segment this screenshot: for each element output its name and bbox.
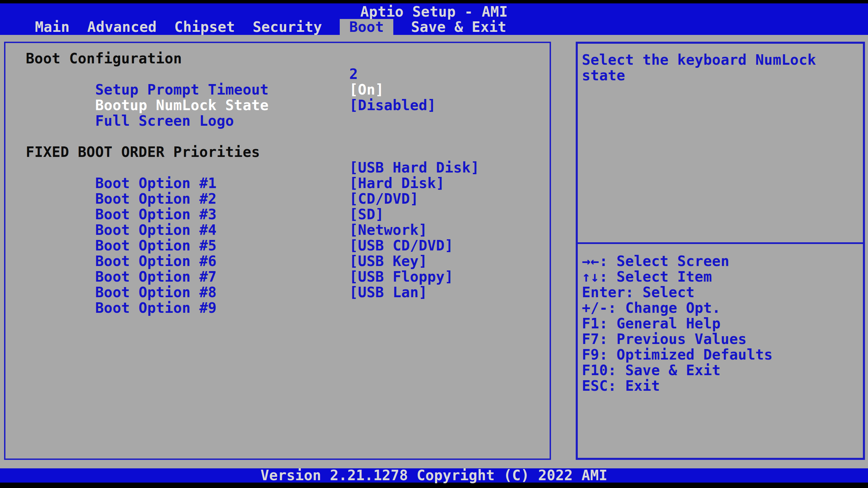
option-value: [USB Lan] bbox=[349, 285, 427, 300]
boot-option-9[interactable]: Boot Option #9 [USB Lan] bbox=[5, 285, 550, 300]
help-description: Select the keyboard NumLock state bbox=[582, 52, 840, 83]
boot-option-3[interactable]: Boot Option #3 [CD/DVD] bbox=[5, 191, 550, 207]
hint-enter-select: Enter: Select bbox=[582, 285, 773, 300]
section-header-boot-configuration: Boot Configuration bbox=[5, 51, 550, 66]
boot-option-7[interactable]: Boot Option #7 [USB Key] bbox=[5, 253, 550, 269]
option-label: Full Screen Logo bbox=[95, 113, 234, 129]
hint-select-item: ↑↓: Select Item bbox=[582, 269, 773, 285]
hint-general-help: F1: General Help bbox=[582, 316, 773, 331]
boot-option-6[interactable]: Boot Option #6 [USB CD/DVD] bbox=[5, 238, 550, 253]
option-value: [Disabled] bbox=[349, 98, 436, 113]
version-status-bar: Version 2.21.1278 Copyright (C) 2022 AMI bbox=[0, 468, 868, 483]
tab-boot[interactable]: Boot bbox=[340, 19, 393, 35]
tab-security[interactable]: Security bbox=[253, 19, 322, 35]
hint-esc-exit: ESC: Exit bbox=[582, 378, 773, 394]
tab-main[interactable]: Main bbox=[35, 19, 70, 35]
option-value: [On] bbox=[349, 82, 384, 98]
body-area: Boot Configuration Setup Prompt Timeout … bbox=[0, 35, 868, 468]
hint-optimized-defaults: F9: Optimized Defaults bbox=[582, 347, 773, 363]
option-value: [USB Key] bbox=[349, 253, 427, 269]
hint-save-exit: F10: Save & Exit bbox=[582, 363, 773, 378]
bios-setup-screen: Aptio Setup - AMI Main Advanced Chipset … bbox=[0, 0, 868, 488]
page-title: Aptio Setup - AMI bbox=[0, 4, 868, 20]
boot-option-5[interactable]: Boot Option #5 [Network] bbox=[5, 222, 550, 238]
option-label: Boot Option #9 bbox=[95, 300, 217, 316]
option-full-screen-logo[interactable]: Full Screen Logo [Disabled] bbox=[5, 98, 550, 113]
option-bootup-numlock-state[interactable]: Bootup NumLock State [On] bbox=[5, 82, 550, 98]
tab-advanced[interactable]: Advanced bbox=[87, 19, 157, 35]
help-panel: Select the keyboard NumLock state →←: Se… bbox=[576, 42, 865, 460]
tab-save-exit[interactable]: Save & Exit bbox=[411, 19, 506, 35]
boot-option-8[interactable]: Boot Option #8 [USB Floppy] bbox=[5, 269, 550, 285]
boot-option-4[interactable]: Boot Option #4 [SD] bbox=[5, 207, 550, 222]
key-hints: →←: Select Screen ↑↓: Select Item Enter:… bbox=[582, 253, 773, 394]
menu-bar: Main Advanced Chipset Security Boot Save… bbox=[0, 19, 868, 35]
boot-option-2[interactable]: Boot Option #2 [Hard Disk] bbox=[5, 176, 550, 191]
option-value: [USB CD/DVD] bbox=[349, 238, 453, 253]
hint-change-opt: +/-: Change Opt. bbox=[582, 300, 773, 316]
option-value: [USB Hard Disk] bbox=[349, 160, 479, 176]
option-value: [CD/DVD] bbox=[349, 191, 419, 207]
option-value: [Hard Disk] bbox=[349, 176, 445, 191]
option-value: 2 bbox=[349, 66, 358, 82]
option-setup-prompt-timeout[interactable]: Setup Prompt Timeout 2 bbox=[5, 66, 550, 82]
settings-panel: Boot Configuration Setup Prompt Timeout … bbox=[4, 42, 551, 460]
option-value: [SD] bbox=[349, 207, 384, 222]
section-header-fixed-boot-order: FIXED BOOT ORDER Priorities bbox=[5, 144, 550, 160]
boot-option-1[interactable]: Boot Option #1 [USB Hard Disk] bbox=[5, 160, 550, 176]
help-divider bbox=[578, 242, 863, 244]
tab-chipset[interactable]: Chipset bbox=[174, 19, 235, 35]
option-value: [USB Floppy] bbox=[349, 269, 453, 285]
hint-previous-values: F7: Previous Values bbox=[582, 331, 773, 347]
title-bar: Aptio Setup - AMI Main Advanced Chipset … bbox=[0, 3, 868, 35]
hint-select-screen: →←: Select Screen bbox=[582, 253, 773, 269]
option-value: [Network] bbox=[349, 222, 427, 238]
